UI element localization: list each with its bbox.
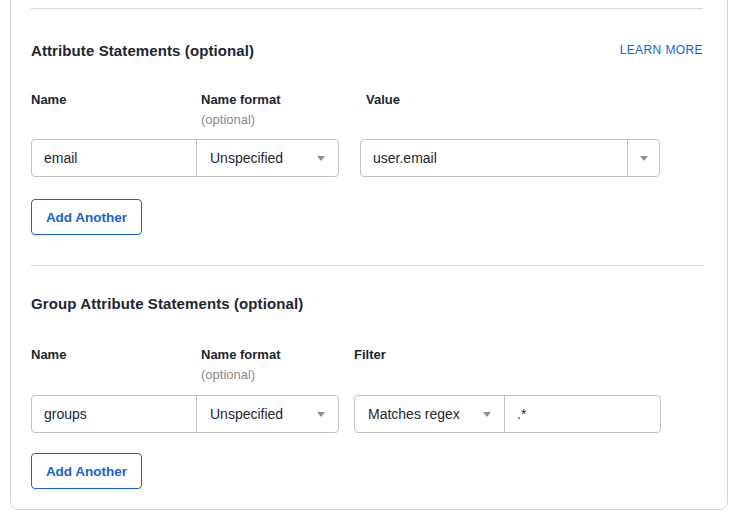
attribute-statements-title: Attribute Statements (optional)	[31, 42, 254, 59]
column-label-name: Name	[31, 92, 66, 107]
chevron-down-icon	[483, 412, 491, 417]
group-name-format-value: Unspecified	[210, 406, 283, 422]
chevron-down-icon	[317, 412, 325, 417]
saml-settings-screen: Attribute Statements (optional) LEARN MO…	[0, 0, 737, 530]
column-note-optional: (optional)	[201, 112, 255, 127]
add-another-group-attribute-button[interactable]: Add Another	[31, 453, 142, 489]
group-filter-type-select[interactable]: Matches regex	[354, 395, 505, 433]
column-label-value: Value	[366, 92, 400, 107]
section-divider	[31, 265, 703, 266]
column-label-name-format: Name format	[201, 92, 280, 107]
group-name-field	[31, 395, 197, 433]
attribute-name-format-value: Unspecified	[210, 150, 283, 166]
group-attribute-statements-title: Group Attribute Statements (optional)	[31, 295, 303, 312]
group-name-input[interactable]	[32, 396, 196, 432]
learn-more-link[interactable]: LEARN MORE	[600, 43, 703, 57]
group-filter-value-input[interactable]	[505, 396, 660, 432]
add-another-attribute-button[interactable]: Add Another	[31, 199, 142, 235]
attribute-name-input[interactable]	[32, 140, 196, 176]
column-label-name-format: Name format	[201, 347, 280, 362]
chevron-down-icon	[640, 156, 648, 161]
section-divider	[31, 8, 703, 9]
column-label-filter: Filter	[354, 347, 386, 362]
column-note-optional: (optional)	[201, 367, 255, 382]
settings-card	[10, 0, 728, 510]
attribute-name-field	[31, 139, 197, 177]
attribute-value-dropdown-button[interactable]	[627, 139, 660, 177]
attribute-value-field	[360, 139, 628, 177]
column-label-name: Name	[31, 347, 66, 362]
group-name-format-select[interactable]: Unspecified	[196, 395, 339, 433]
attribute-name-format-select[interactable]: Unspecified	[196, 139, 339, 177]
attribute-value-input[interactable]	[361, 140, 627, 176]
group-filter-value-field	[504, 395, 661, 433]
chevron-down-icon	[317, 156, 325, 161]
group-filter-type-value: Matches regex	[368, 406, 460, 422]
